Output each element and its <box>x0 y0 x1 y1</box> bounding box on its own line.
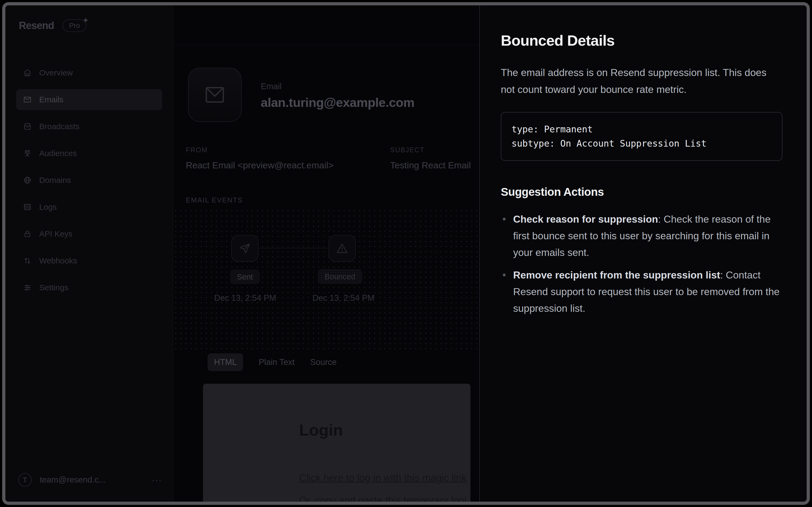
sidebar-item-label: Logs <box>39 203 57 212</box>
sidebar: Resend Pro✦ OverviewEmailsBroadcastsAudi… <box>5 5 173 502</box>
email-preview-card: Login Click here to log in with this mag… <box>203 384 470 505</box>
panel-title: Bounced Details <box>501 32 782 49</box>
tab-html[interactable]: HTML <box>208 353 243 371</box>
ellipsis-menu-icon[interactable]: ··· <box>152 475 162 485</box>
warning-icon <box>336 242 348 254</box>
suggestion-actions-title: Suggestion Actions <box>501 185 782 199</box>
suggestion-list: Check reason for suppression: Check the … <box>501 211 782 317</box>
webhooks-icon <box>23 257 32 265</box>
globe-icon <box>23 176 32 184</box>
panel-description: The email address is on Resend suppressi… <box>501 64 773 98</box>
user-account-row[interactable]: T team@resend.c... ··· <box>18 473 162 487</box>
sidebar-item-label: API Keys <box>39 229 72 238</box>
event-connector-line <box>259 248 328 248</box>
suggestion-item-title: Check reason for suppression <box>513 214 658 225</box>
sidebar-item-label: Domains <box>39 176 71 185</box>
bounced-timestamp: Dec 13, 2:54 PM <box>311 293 375 303</box>
sidebar-item-label: Overview <box>39 68 73 77</box>
sidebar-item-webhooks[interactable]: Webhooks <box>16 250 162 271</box>
sidebar-item-domains[interactable]: Domains <box>16 170 162 191</box>
resend-logo[interactable]: Resend <box>19 20 54 32</box>
email-type-label: Email <box>261 81 282 91</box>
bounce-code-block: type: Permanentsubtype: On Account Suppr… <box>501 112 782 161</box>
audiences-icon <box>23 149 32 158</box>
sent-event-pill[interactable]: Sent <box>230 270 259 284</box>
broadcasts-icon <box>23 122 32 131</box>
sidebar-nav: OverviewEmailsBroadcastsAudiencesDomains… <box>16 62 162 304</box>
subject-label: SUBJECT <box>390 146 424 154</box>
sliders-icon <box>23 283 32 292</box>
suggestion-item: Check reason for suppression: Check the … <box>501 211 782 261</box>
code-line: subtype: On Account Suppression List <box>512 136 772 151</box>
plan-badge[interactable]: Pro✦ <box>63 19 86 32</box>
magic-link[interactable]: Click here to log in with this magic lin… <box>299 472 466 484</box>
email-type-tile <box>188 68 242 122</box>
sent-event-node[interactable] <box>231 235 258 262</box>
sidebar-header: Resend Pro✦ <box>19 19 86 32</box>
from-label: FROM <box>186 146 208 154</box>
sparkle-icon: ✦ <box>82 15 89 25</box>
bounced-event-pill[interactable]: Bounced <box>317 269 362 284</box>
bounced-details-panel: Bounced Details The email address is on … <box>479 5 807 502</box>
sidebar-item-broadcasts[interactable]: Broadcasts <box>16 116 162 137</box>
home-icon <box>23 68 32 77</box>
email-detail-main: Email alan.turing@example.com FROM React… <box>173 5 479 502</box>
mail-icon <box>23 95 32 104</box>
user-email: team@resend.c... <box>40 475 106 485</box>
envelope-icon <box>202 84 227 106</box>
email-events-label: EMAIL EVENTS <box>186 196 243 204</box>
logs-icon <box>23 203 32 211</box>
app-window: Resend Pro✦ OverviewEmailsBroadcastsAudi… <box>2 2 810 505</box>
plan-badge-label: Pro <box>69 21 80 30</box>
preview-tabs: HTMLPlain TextSource <box>208 353 337 371</box>
code-line: type: Permanent <box>512 122 772 136</box>
sidebar-item-audiences[interactable]: Audiences <box>16 143 162 164</box>
sidebar-item-logs[interactable]: Logs <box>16 196 162 218</box>
bounced-event-node[interactable] <box>329 235 356 262</box>
send-icon <box>239 242 251 254</box>
sidebar-item-api-keys[interactable]: API Keys <box>16 223 162 244</box>
sidebar-item-label: Audiences <box>39 149 77 158</box>
sidebar-item-label: Webhooks <box>39 256 77 265</box>
from-value: React Email <preview@react.email> <box>186 160 334 171</box>
subject-value: Testing React Email <box>390 160 480 171</box>
recipient-address: alan.turing@example.com <box>261 95 414 110</box>
tab-source[interactable]: Source <box>310 353 337 371</box>
email-events-canvas: Sent Bounced Dec 13, 2:54 PM Dec 13, 2:5… <box>173 208 479 353</box>
preview-footer-text: Or, copy and paste this temporary logi <box>299 495 466 505</box>
sidebar-item-label: Emails <box>39 95 63 104</box>
suggestion-item-title: Remove recipient from the suppression li… <box>513 269 720 281</box>
sidebar-item-label: Broadcasts <box>39 122 79 131</box>
lock-icon <box>23 230 32 238</box>
sidebar-item-label: Settings <box>39 283 68 292</box>
main-header <box>173 5 479 45</box>
suggestion-item: Remove recipient from the suppression li… <box>501 267 782 317</box>
sidebar-item-emails[interactable]: Emails <box>16 89 162 110</box>
preview-title: Login <box>299 421 343 439</box>
avatar: T <box>18 473 32 487</box>
tab-plain-text[interactable]: Plain Text <box>258 353 295 371</box>
sent-timestamp: Dec 13, 2:54 PM <box>213 293 277 303</box>
sidebar-item-settings[interactable]: Settings <box>16 277 162 298</box>
sidebar-item-overview[interactable]: Overview <box>16 62 162 83</box>
